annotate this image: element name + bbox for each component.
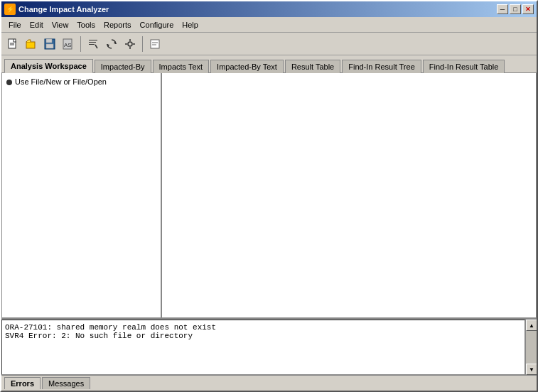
svg-rect-3	[26, 42, 35, 48]
main-content-area: Use File/New or File/Open	[1, 72, 537, 318]
bottom-tab-errors[interactable]: Errors	[4, 377, 41, 389]
log-line-1: ORA-27101: shared memory realm does not …	[5, 323, 522, 332]
left-panel: Use File/New or File/Open	[2, 73, 162, 317]
hint-text: Use File/New or File/Open	[15, 77, 107, 86]
title-bar: ⚡ Change Impact Analyzer ─ □ ✕	[1, 1, 537, 17]
bottom-tab-bar: Errors Messages	[1, 375, 537, 391]
refresh-button[interactable]	[103, 36, 120, 53]
tab-bar: Analysis Workspace Impacted-By Impacts T…	[1, 55, 537, 72]
menu-bar: File Edit View Tools Reports Configure H…	[1, 17, 537, 33]
svg-rect-6	[46, 44, 53, 48]
new-button[interactable]	[4, 36, 21, 53]
tab-impacted-by-text[interactable]: Impacted-By Text	[210, 60, 284, 73]
export-button[interactable]	[146, 36, 163, 53]
svg-rect-10	[89, 42, 96, 43]
app-icon: ⚡	[4, 4, 16, 15]
tools-button[interactable]	[122, 36, 139, 53]
window-controls: ─ □ ✕	[497, 4, 534, 14]
open-button[interactable]	[23, 36, 40, 53]
log-scrollbar: ▲ ▼	[525, 320, 537, 375]
svg-rect-11	[89, 44, 95, 45]
menu-help[interactable]: Help	[178, 19, 203, 31]
menu-file[interactable]: File	[4, 19, 26, 31]
main-window: ⚡ Change Impact Analyzer ─ □ ✕ File Edit…	[0, 0, 538, 392]
window-title: Change Impact Analyzer	[18, 5, 109, 13]
save-as-button[interactable]: AS	[60, 36, 77, 53]
menu-configure[interactable]: Configure	[136, 19, 178, 31]
close-button[interactable]: ✕	[522, 4, 534, 14]
maximize-button[interactable]: □	[510, 4, 521, 14]
cut-button[interactable]	[85, 36, 102, 53]
log-area: ORA-27101: shared memory realm does not …	[1, 318, 537, 375]
tab-impacted-by[interactable]: Impacted-By	[95, 60, 151, 73]
menu-reports[interactable]: Reports	[99, 19, 136, 31]
log-line-2: SVR4 Error: 2: No such file or directory	[5, 332, 522, 340]
save-button[interactable]	[41, 36, 58, 53]
bottom-tab-messages[interactable]: Messages	[42, 377, 90, 389]
svg-point-15	[128, 42, 132, 46]
tab-result-table[interactable]: Result Table	[285, 60, 340, 73]
log-content: ORA-27101: shared memory realm does not …	[1, 320, 525, 375]
menu-tools[interactable]: Tools	[72, 19, 99, 31]
scroll-down-button[interactable]: ▼	[526, 364, 537, 375]
minimize-button[interactable]: ─	[497, 4, 508, 14]
toolbar-separator-2	[142, 36, 143, 52]
toolbar-separator-1	[80, 36, 81, 52]
scroll-up-button[interactable]: ▲	[526, 320, 537, 331]
svg-rect-9	[89, 40, 97, 40]
svg-line-12	[95, 45, 97, 48]
left-panel-content: Use File/New or File/Open	[2, 73, 161, 90]
tab-impacts-text[interactable]: Impacts Text	[153, 60, 210, 73]
tab-find-in-result-tree[interactable]: Find-In Result Tree	[342, 60, 421, 73]
bullet-icon	[6, 80, 12, 85]
right-panel	[162, 73, 536, 317]
toolbar: AS	[1, 33, 537, 55]
svg-rect-20	[151, 40, 159, 48]
tab-analysis-workspace[interactable]: Analysis Workspace	[4, 59, 93, 73]
menu-edit[interactable]: Edit	[26, 19, 48, 31]
menu-view[interactable]: View	[48, 19, 73, 31]
svg-rect-5	[46, 39, 52, 43]
tab-find-in-result-table[interactable]: Find-In Result Table	[423, 60, 505, 73]
scroll-track	[526, 331, 537, 364]
svg-text:AS: AS	[64, 42, 72, 48]
